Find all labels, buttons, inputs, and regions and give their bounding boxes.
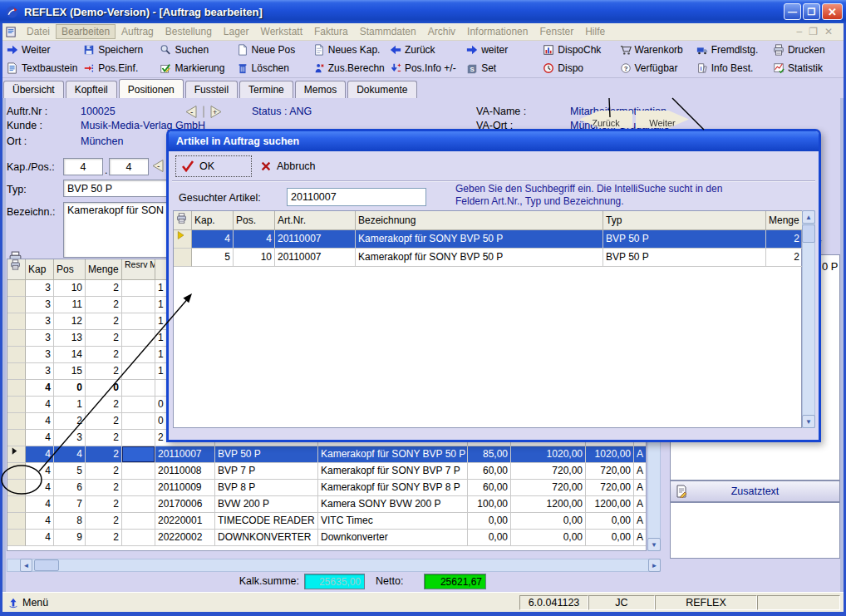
toolbar-warenkorb-button[interactable]: Warenkorb xyxy=(615,44,691,56)
tab-kopfteil[interactable]: Kopfteil xyxy=(66,81,117,98)
cell-resrv[interactable] xyxy=(122,347,155,363)
cell-kap[interactable]: 4 xyxy=(26,480,54,496)
cell-art_nr[interactable]: 20110007 xyxy=(155,446,215,463)
cell-flag[interactable]: A xyxy=(634,496,647,513)
table-row[interactable]: 46220110009BVP 8 PKamerakopf für SONY BV… xyxy=(7,480,646,496)
cell-resrv[interactable] xyxy=(122,297,155,313)
cell-kap[interactable]: 4 xyxy=(192,230,234,249)
hscroll-thumb[interactable] xyxy=(34,559,59,571)
cell-pos[interactable]: 12 xyxy=(54,313,86,330)
dialog-result-row[interactable]: 51020110007Kamerakopf für SONY BVP 50 PB… xyxy=(174,249,801,267)
toolbar-neue-pos-button[interactable]: Neue Pos xyxy=(232,44,308,56)
cell-kap[interactable]: 4 xyxy=(26,530,54,546)
search-results-table[interactable]: Kap.Pos.Art.Nr.BezeichnungTypMenge442011… xyxy=(173,210,802,428)
dialog-titlebar[interactable]: Artikel in Auftrag suchen xyxy=(169,131,819,151)
cell-typ[interactable]: BVP 7 P xyxy=(215,463,318,480)
cell-preis[interactable]: 85,00 xyxy=(468,446,511,463)
cell-menge[interactable]: 2 xyxy=(86,313,122,330)
cell-ges2[interactable]: 720,00 xyxy=(586,463,634,480)
cell-kap[interactable]: 3 xyxy=(26,280,54,297)
cell-menge[interactable]: 2 xyxy=(86,496,122,513)
column-header[interactable]: Resrv Mnge xyxy=(122,259,155,280)
cell-typ[interactable]: BVP 50 P xyxy=(603,249,766,267)
cell-flag[interactable]: A xyxy=(634,446,647,463)
cell-resrv[interactable] xyxy=(122,380,155,397)
cell-pos[interactable]: 7 xyxy=(54,496,86,513)
cell-preis[interactable]: 60,00 xyxy=(468,463,511,480)
cell-kap[interactable]: 4 xyxy=(26,463,54,480)
cell-menge[interactable]: 2 xyxy=(766,230,803,249)
cell-menge[interactable]: 0 xyxy=(86,380,122,397)
cell-menge[interactable]: 2 xyxy=(86,347,122,363)
cancel-button[interactable]: Abbruch xyxy=(255,155,338,177)
cell-kap[interactable]: 5 xyxy=(192,249,234,267)
pos-field[interactable] xyxy=(109,158,149,175)
cell-menge[interactable]: 2 xyxy=(86,413,122,430)
cell-pos[interactable]: 0 xyxy=(54,380,86,397)
cell-kap[interactable]: 4 xyxy=(26,397,54,413)
cell-art_nr[interactable]: 20110009 xyxy=(155,480,215,496)
cell-bez[interactable]: Kamera SONY BVW 200 P xyxy=(318,496,468,513)
cell-pos[interactable]: 10 xyxy=(54,280,86,297)
window-titlebar[interactable]: REFLEX (Demo-Version) - [Auftrag bearbei… xyxy=(0,0,846,23)
cell-menge[interactable]: 2 xyxy=(86,446,122,463)
cell-typ[interactable]: BVP 50 P xyxy=(603,230,766,249)
cell-preis[interactable]: 100,00 xyxy=(468,496,511,513)
cell-art_nr[interactable]: 20220002 xyxy=(155,530,215,546)
cell-ges2[interactable]: 720,00 xyxy=(586,480,634,496)
tab-memos[interactable]: Memos xyxy=(295,81,346,98)
table-row[interactable]: 48220220001TIMECODE READERVITC Timec0,00… xyxy=(7,513,646,530)
cell-pos[interactable]: 4 xyxy=(234,230,275,249)
cell-resrv[interactable] xyxy=(122,480,155,496)
menu-datei[interactable]: Datei xyxy=(21,24,56,39)
toolbar-zus-berechn-button[interactable]: Zus.Berechn xyxy=(308,62,385,74)
cell-menge[interactable]: 2 xyxy=(86,463,122,480)
cell-kap[interactable]: 4 xyxy=(26,380,54,397)
column-header[interactable]: Pos xyxy=(54,259,86,280)
cell-pos[interactable]: 3 xyxy=(54,430,86,446)
cell-art_nr[interactable]: 20110007 xyxy=(275,230,356,249)
cell-resrv[interactable] xyxy=(122,496,155,513)
cell-pos[interactable]: 6 xyxy=(54,480,86,496)
toolbar-weiter-button[interactable]: weiter xyxy=(461,44,538,56)
cell-kap[interactable]: 3 xyxy=(26,297,54,313)
cell-preis[interactable]: 0,00 xyxy=(468,513,511,530)
cell-pos[interactable]: 2 xyxy=(54,413,86,430)
cell-pos[interactable]: 13 xyxy=(54,330,86,347)
column-header[interactable]: Kap xyxy=(26,259,54,280)
close-button[interactable]: ✕ xyxy=(822,3,843,20)
cell-kap[interactable]: 3 xyxy=(26,347,54,363)
cell-pos[interactable]: 8 xyxy=(54,513,86,530)
cell-resrv[interactable] xyxy=(122,446,155,463)
cell-pos[interactable]: 15 xyxy=(54,363,86,380)
cell-preis[interactable]: 0,00 xyxy=(468,530,511,546)
toolbar-zurück-button[interactable]: Zurück xyxy=(385,44,461,56)
menu-hilfe[interactable]: Hilfe xyxy=(579,24,611,39)
cell-resrv[interactable] xyxy=(122,397,155,413)
dialog-scroll-down-icon[interactable]: ▼ xyxy=(802,415,815,428)
cell-resrv[interactable] xyxy=(122,313,155,330)
cell-ges1[interactable]: 720,00 xyxy=(511,463,586,480)
menu-werkstatt[interactable]: Werkstatt xyxy=(255,24,308,39)
toolbar-speichern-button[interactable]: Speichern xyxy=(78,44,155,56)
mdi-window-controls[interactable]: –❐✕ xyxy=(797,26,840,37)
cell-menge[interactable]: 2 xyxy=(86,330,122,347)
column-header[interactable] xyxy=(7,259,26,280)
toolbar-markierung-button[interactable]: Markierung xyxy=(155,62,231,74)
zusatztext-box[interactable] xyxy=(670,502,840,559)
menu-up-icon[interactable] xyxy=(7,597,19,609)
menu-auftrag[interactable]: Auftrag xyxy=(116,24,160,39)
statusbar-menu-label[interactable]: Menü xyxy=(22,597,48,609)
cell-pos[interactable]: 5 xyxy=(54,463,86,480)
tab-fussteil[interactable]: Fussteil xyxy=(185,81,238,98)
table-row[interactable]: 44220110007BVP 50 PKamerakopf für SONY B… xyxy=(7,446,646,463)
cell-pos[interactable]: 4 xyxy=(54,446,86,463)
cell-ges2[interactable]: 1020,00 xyxy=(586,446,634,463)
cell-resrv[interactable] xyxy=(122,513,155,530)
cell-menge[interactable]: 2 xyxy=(86,480,122,496)
cell-resrv[interactable] xyxy=(122,430,155,446)
cell-menge[interactable]: 2 xyxy=(86,513,122,530)
dialog-column-header[interactable]: Pos. xyxy=(234,211,275,230)
toolbar-neues-kap-button[interactable]: Neues Kap. xyxy=(308,44,385,56)
positions-hscrollbar[interactable] xyxy=(7,559,661,572)
